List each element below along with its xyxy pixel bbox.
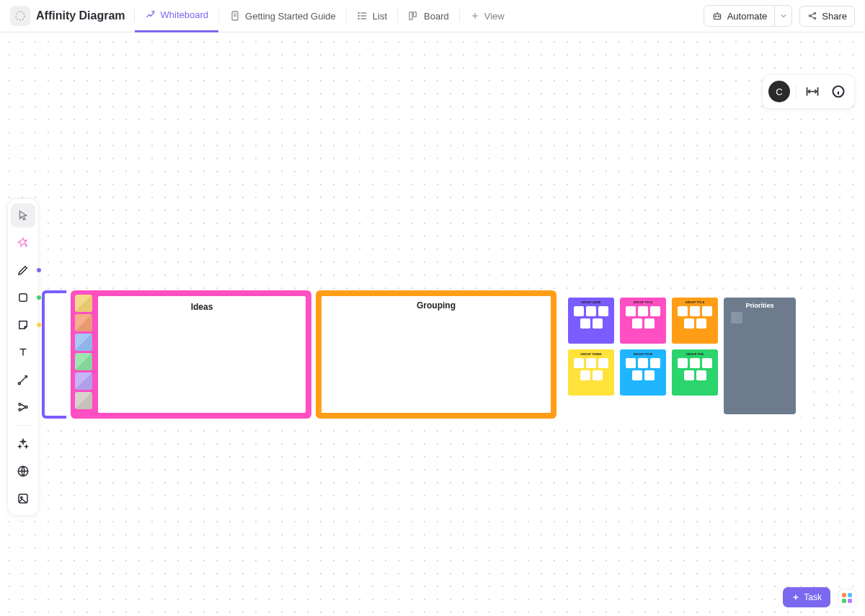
text-tool[interactable]: [11, 340, 35, 365]
page-title[interactable]: Affinity Diagram: [36, 9, 125, 22]
svg-rect-14: [19, 294, 27, 302]
tab-add-view[interactable]: View: [460, 0, 515, 32]
card-slots: [571, 358, 611, 380]
grouping-area[interactable]: Grouping: [321, 296, 551, 413]
tab-label: Whiteboard: [161, 9, 208, 20]
shape-tool[interactable]: [11, 285, 35, 310]
group-cards-grid: GROUP NAME GROUP TITLE GROUP TITLE GROUP…: [568, 298, 718, 414]
group-card[interactable]: GROUP TITLE: [672, 298, 718, 344]
automate-button[interactable]: Automate: [704, 6, 775, 26]
color-chip[interactable]: [75, 314, 92, 331]
color-chip[interactable]: [75, 334, 92, 351]
tab-label: Getting Started Guide: [245, 11, 336, 22]
svg-point-17: [19, 409, 21, 411]
automate-label: Automate: [727, 11, 768, 22]
divider: [796, 83, 797, 100]
web-tool[interactable]: [11, 459, 35, 483]
ideas-frame[interactable]: Ideas: [71, 290, 311, 419]
priority-slot[interactable]: [731, 312, 742, 323]
info-icon: [831, 84, 846, 99]
apps-button[interactable]: [838, 589, 856, 607]
group-card[interactable]: GROUP NAME: [568, 298, 614, 344]
canvas-right-bar: C: [762, 74, 855, 109]
sticky-tool[interactable]: [11, 313, 35, 337]
ai-icon: [17, 236, 30, 249]
connector-tool[interactable]: [11, 367, 35, 392]
color-chip[interactable]: [75, 392, 92, 409]
svg-point-16: [19, 403, 21, 406]
sparkle-icon: [17, 437, 30, 450]
image-icon: [17, 492, 30, 505]
group-card[interactable]: GROUP THREE: [568, 349, 614, 396]
tab-label: List: [373, 11, 387, 22]
magic-tool[interactable]: [11, 432, 35, 456]
header-left: Affinity Diagram Whiteboard Getting Star…: [10, 0, 698, 32]
priorities-title: Priorities: [745, 302, 773, 309]
card-slots: [675, 358, 715, 380]
card-slots: [675, 306, 715, 329]
tab-whiteboard[interactable]: Whiteboard: [135, 0, 218, 32]
groups-panel[interactable]: GROUP NAME GROUP TITLE GROUP TITLE GROUP…: [562, 292, 802, 420]
svg-point-10: [809, 15, 811, 17]
automate-dropdown[interactable]: [774, 6, 791, 26]
share-icon: [807, 11, 817, 21]
group-card[interactable]: GROUP FIVE: [672, 349, 718, 396]
instructions-box[interactable]: [42, 290, 66, 419]
tool-palette: [7, 198, 39, 516]
svg-point-9: [718, 16, 719, 17]
chevron-down-icon: [779, 12, 788, 20]
svg-point-12: [815, 17, 816, 19]
card-title: GROUP THREE: [580, 352, 601, 356]
svg-rect-5: [409, 12, 412, 20]
tab-board[interactable]: Board: [398, 0, 459, 32]
ideas-area[interactable]: Ideas: [97, 295, 307, 414]
pen-tool[interactable]: [11, 258, 35, 282]
fit-width-button[interactable]: [802, 81, 822, 102]
new-task-button[interactable]: Task: [783, 587, 830, 607]
graph-tool[interactable]: [11, 395, 35, 419]
svg-point-21: [21, 496, 22, 498]
color-dot-icon: [37, 268, 41, 272]
whiteboard-canvas[interactable]: C: [0, 32, 865, 616]
board-icon: [408, 10, 420, 22]
view-tabs: Whiteboard Getting Started Guide List Bo…: [134, 0, 515, 32]
doc-settings-icon[interactable]: [10, 6, 30, 26]
sticky-icon: [17, 318, 30, 331]
pen-icon: [17, 264, 30, 277]
priorities-panel[interactable]: Priorities: [724, 298, 796, 414]
card-title: GROUP TITLE: [686, 300, 705, 304]
group-card[interactable]: GROUP FOUR: [620, 349, 666, 396]
globe-icon: [17, 465, 30, 478]
tab-label: View: [484, 11, 505, 22]
task-label: Task: [804, 592, 822, 602]
color-chip[interactable]: [75, 353, 92, 370]
ideas-title: Ideas: [191, 302, 213, 312]
info-button[interactable]: [828, 81, 848, 102]
list-icon: [357, 10, 368, 22]
grouping-frame[interactable]: Grouping: [316, 290, 556, 419]
svg-point-4: [358, 18, 359, 19]
graph-icon: [17, 401, 30, 414]
card-title: GROUP TITLE: [634, 300, 653, 304]
group-card[interactable]: GROUP TITLE: [620, 298, 666, 344]
card-slots: [571, 306, 611, 329]
tab-guide[interactable]: Getting Started Guide: [219, 0, 346, 32]
tab-list[interactable]: List: [347, 0, 397, 32]
card-title: GROUP FIVE: [686, 352, 704, 356]
cursor-icon: [17, 209, 30, 222]
share-button[interactable]: Share: [799, 6, 855, 27]
svg-point-2: [358, 12, 359, 13]
robot-icon: [711, 10, 723, 22]
user-avatar[interactable]: C: [768, 81, 790, 102]
card-slots: [623, 306, 663, 329]
color-chip[interactable]: [75, 295, 92, 312]
image-tool[interactable]: [11, 486, 35, 511]
tab-label: Board: [424, 11, 449, 22]
whiteboard-icon: [145, 9, 156, 21]
fit-width-icon: [805, 84, 820, 99]
color-chip[interactable]: [75, 372, 92, 390]
svg-rect-6: [413, 12, 416, 17]
select-tool[interactable]: [11, 203, 35, 228]
svg-point-0: [16, 12, 25, 20]
ai-tool[interactable]: [11, 231, 35, 255]
